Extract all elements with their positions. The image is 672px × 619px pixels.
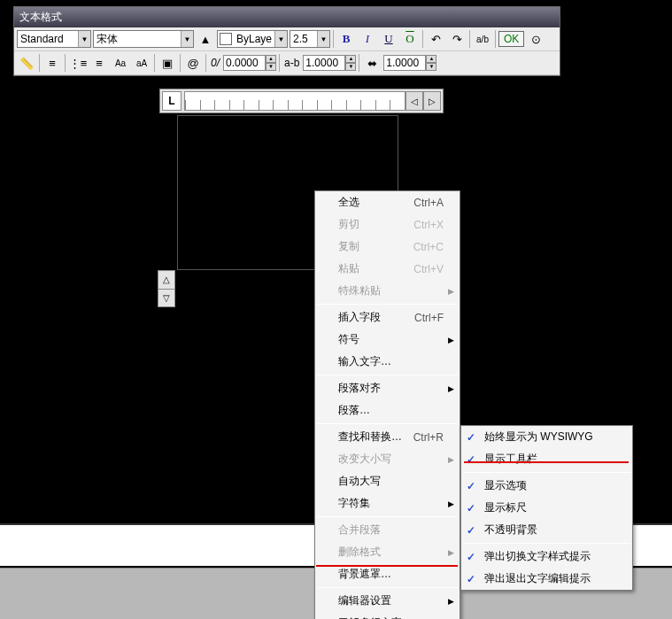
width-field[interactable]: ▲▼: [383, 55, 436, 71]
style-input[interactable]: [18, 31, 78, 47]
menu-label: 背景遮罩…: [338, 567, 391, 582]
menu-separator: [317, 375, 458, 375]
width-input[interactable]: [383, 55, 426, 71]
menu-item[interactable]: 字符集▶: [315, 492, 460, 515]
bullets-icon[interactable]: ⋮≡: [68, 53, 88, 73]
underline-button[interactable]: U: [379, 29, 398, 49]
spin-down-icon[interactable]: ▼: [345, 63, 356, 71]
menu-item[interactable]: ✓显示选项: [461, 475, 632, 497]
ok-button[interactable]: OK: [498, 31, 524, 47]
check-icon: ✓: [467, 431, 475, 444]
layer-combo[interactable]: ▼: [217, 30, 288, 48]
justify-icon[interactable]: ≡: [42, 53, 62, 73]
menu-item[interactable]: 编辑器设置▶: [315, 590, 460, 612]
lowercase-icon[interactable]: aA: [132, 53, 151, 73]
menu-item[interactable]: 自动大写: [315, 470, 460, 492]
menu-label: 了解多行文字: [338, 615, 402, 619]
tab-type-button[interactable]: L: [162, 91, 182, 111]
ruler-left-icon[interactable]: ◁: [406, 91, 423, 111]
menu-label: 段落对齐: [338, 381, 381, 396]
style-dropdown-icon[interactable]: ▼: [78, 31, 90, 47]
spin-up-icon[interactable]: ▲: [266, 55, 276, 63]
stack-button[interactable]: a/b: [473, 29, 492, 49]
menu-item: 剪切Ctrl+X: [315, 213, 460, 236]
menu-label: 符号: [338, 332, 359, 347]
menu-item[interactable]: ✓弹出退出文字编辑提示: [461, 568, 632, 590]
style-combo[interactable]: ▼: [17, 30, 91, 48]
scroll-up-icon[interactable]: △: [158, 271, 174, 290]
menu-item[interactable]: 符号▶: [315, 329, 460, 351]
font-dropdown-icon[interactable]: ▼: [181, 31, 193, 47]
check-icon: ✓: [467, 573, 475, 585]
annotative-icon[interactable]: ▲: [196, 29, 215, 49]
toolbar-row-2: 📏 ≡ ⋮≡ ≡ Aa aA ▣ @ 0/ ▲▼ a-b ▲▼ ⬌ ▲▼: [14, 51, 560, 75]
check-icon: ✓: [467, 502, 475, 515]
more-button[interactable]: ⊙: [526, 29, 545, 49]
scroll-down-icon[interactable]: ▽: [158, 290, 174, 307]
menu-shortcut: Ctrl+F: [404, 312, 444, 324]
menu-separator: [317, 423, 458, 424]
field-icon[interactable]: ▣: [158, 53, 177, 73]
redo-button[interactable]: ↷: [447, 29, 467, 49]
menu-item[interactable]: 查找和替换…Ctrl+R: [315, 426, 460, 448]
menu-label: 弹出退出文字编辑提示: [484, 571, 591, 586]
layer-input[interactable]: [234, 31, 274, 47]
spin-up-icon[interactable]: ▲: [345, 55, 356, 63]
tracking-field[interactable]: ▲▼: [303, 55, 356, 71]
menu-label: 字符集: [338, 496, 370, 511]
width-icon[interactable]: ⬌: [362, 53, 382, 73]
symbol-at-icon[interactable]: @: [183, 53, 203, 73]
vertical-scroll: △ ▽: [158, 270, 175, 307]
numbering-icon[interactable]: ≡: [89, 53, 109, 73]
menu-shortcut: Ctrl+R: [403, 431, 444, 444]
titlebar[interactable]: 文本格式: [14, 7, 560, 27]
menu-item[interactable]: ✓始终显示为 WYSIWYG: [461, 426, 632, 448]
menu-item[interactable]: 全选Ctrl+A: [315, 191, 460, 213]
menu-item: 删除格式▶: [315, 541, 460, 563]
menu-item[interactable]: ✓不透明背景: [461, 519, 632, 541]
font-input[interactable]: [94, 31, 181, 47]
oblique-input[interactable]: [223, 55, 266, 71]
ruler[interactable]: [184, 91, 406, 111]
ruler-right-icon[interactable]: ▷: [423, 91, 441, 111]
menu-label: 特殊粘贴: [338, 283, 381, 298]
spin-down-icon[interactable]: ▼: [266, 63, 276, 71]
menu-label: 粘贴: [338, 261, 359, 276]
oblique-field[interactable]: ▲▼: [223, 55, 276, 71]
height-dropdown-icon[interactable]: ▼: [317, 31, 329, 47]
ruler-toggle-icon[interactable]: 📏: [17, 53, 36, 73]
menu-item[interactable]: 输入文字…: [315, 351, 460, 373]
menu-label: 复制: [338, 239, 359, 254]
overline-button[interactable]: O: [400, 29, 420, 49]
menu-separator: [317, 304, 458, 305]
menu-label: 合并段落: [338, 522, 381, 538]
undo-button[interactable]: ↶: [426, 29, 445, 49]
italic-button[interactable]: I: [358, 29, 377, 49]
submenu-arrow-icon: ▶: [448, 499, 454, 508]
annotation-underline-2: [464, 461, 629, 463]
menu-item: 改变大小写▶: [315, 448, 460, 470]
bold-button[interactable]: B: [336, 29, 356, 49]
menu-item: 复制Ctrl+C: [315, 236, 460, 258]
tracking-input[interactable]: [303, 55, 345, 71]
menu-item[interactable]: 段落…: [315, 399, 460, 422]
height-input[interactable]: [290, 31, 317, 47]
text-format-toolbar: 文本格式 ▼ ▼ ▲ ▼ ▼ B I U O ↶ ↷ a/b OK ⊙: [13, 6, 560, 76]
menu-item[interactable]: 插入字段Ctrl+F: [315, 306, 460, 329]
spin-up-icon[interactable]: ▲: [426, 55, 436, 63]
menu-separator: [317, 587, 458, 588]
spin-down-icon[interactable]: ▼: [426, 63, 436, 71]
menu-item: 特殊粘贴▶: [315, 280, 460, 302]
submenu-arrow-icon: ▶: [448, 455, 454, 464]
layer-dropdown-icon[interactable]: ▼: [274, 31, 287, 47]
font-combo[interactable]: ▼: [93, 30, 194, 48]
menu-label: 始终显示为 WYSIWYG: [484, 429, 593, 445]
menu-item[interactable]: 段落对齐▶: [315, 377, 460, 399]
menu-item[interactable]: 了解多行文字▶: [315, 612, 460, 619]
menu-item[interactable]: ✓显示工具栏: [461, 448, 632, 470]
submenu-arrow-icon: ▶: [448, 597, 454, 606]
uppercase-icon[interactable]: Aa: [111, 53, 130, 73]
menu-item[interactable]: ✓显示标尺: [461, 497, 632, 519]
height-combo[interactable]: ▼: [290, 30, 330, 48]
menu-item[interactable]: ✓弹出切换文字样式提示: [461, 545, 632, 568]
